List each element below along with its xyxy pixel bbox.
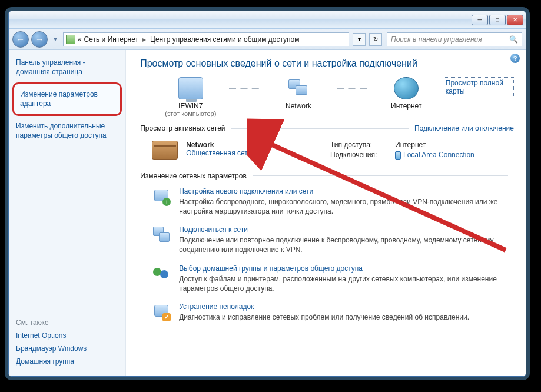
control-panel-home-link[interactable]: Панель управления - домашняя страница xyxy=(16,58,118,77)
homegroup-icon xyxy=(152,264,171,283)
network-diagram: IEWIN7 (этот компьютер) — — — Network — … xyxy=(140,77,514,117)
network-label: Network xyxy=(271,102,325,110)
breadcrumb-separator[interactable]: ▸ xyxy=(141,35,148,44)
main-content: ? Просмотр основных сведений о сети и на… xyxy=(126,50,526,376)
computer-icon xyxy=(178,77,203,99)
breadcrumb-part1[interactable]: Сеть и Интернет xyxy=(84,35,138,44)
help-icon[interactable]: ? xyxy=(510,54,520,63)
homegroup-sharing-link[interactable]: Выбор домашней группы и параметров общег… xyxy=(179,264,514,273)
settings-list: Настройка нового подключения или сети На… xyxy=(140,185,514,322)
setup-new-connection-link[interactable]: Настройка нового подключения или сети xyxy=(179,187,514,195)
close-button[interactable]: ✕ xyxy=(507,15,523,25)
connection-line: — — — xyxy=(227,77,262,99)
search-icon: 🔍 xyxy=(509,35,518,44)
change-settings-label: Изменение сетевых параметров xyxy=(140,172,247,180)
connect-network-icon xyxy=(152,225,171,244)
troubleshoot-icon xyxy=(152,303,171,321)
search-input[interactable]: Поиск в панели управления 🔍 xyxy=(387,32,522,46)
public-network-icon xyxy=(152,141,178,160)
connect-to-network-desc: Подключение или повторное подключение к … xyxy=(179,235,514,254)
view-full-map-link[interactable]: Просмотр полной карты xyxy=(443,77,514,97)
control-panel-window: ─ □ ✕ ← → ▼ « Сеть и Интернет ▸ Центр уп… xyxy=(8,11,526,377)
globe-icon xyxy=(394,77,419,99)
maximize-button[interactable]: □ xyxy=(489,15,506,25)
network-name: Network xyxy=(186,141,251,149)
active-networks-heading: Просмотр активных сетей Подключение или … xyxy=(140,124,514,132)
advanced-sharing-settings-link[interactable]: Изменить дополнительные параметры общего… xyxy=(16,122,118,140)
access-type-value: Интернет xyxy=(395,141,426,149)
active-networks-label: Просмотр активных сетей xyxy=(140,124,225,132)
search-placeholder: Поиск в панели управления xyxy=(391,35,482,44)
connect-to-network-link[interactable]: Подключиться к сети xyxy=(179,225,514,234)
setup-new-connection-desc: Настройка беспроводного, широкополосного… xyxy=(179,197,514,216)
computer-sub: (этот компьютер) xyxy=(164,110,217,117)
setup-new-connection-item: Настройка нового подключения или сети На… xyxy=(152,187,514,216)
access-type-label: Тип доступа: xyxy=(330,141,389,149)
control-panel-icon xyxy=(66,35,75,44)
breadcrumb-prefix: « xyxy=(78,35,82,44)
lan-icon xyxy=(395,151,401,160)
active-network-item: Network Общественная сеть Тип доступа: И… xyxy=(140,137,514,168)
connections-label: Подключения: xyxy=(330,151,389,160)
nav-bar: ← → ▼ « Сеть и Интернет ▸ Центр управлен… xyxy=(9,29,526,50)
internet-label: Интернет xyxy=(380,102,433,110)
address-bar[interactable]: « Сеть и Интернет ▸ Центр управления сет… xyxy=(63,32,349,46)
diagram-this-computer: IEWIN7 (этот компьютер) xyxy=(164,77,217,117)
homegroup-sharing-desc: Доступ к файлам и принтерам, расположенн… xyxy=(179,274,514,293)
troubleshoot-desc: Диагностика и исправление сетевых пробле… xyxy=(179,313,469,322)
network-icon xyxy=(286,77,311,99)
diagram-network: Network xyxy=(271,77,325,110)
minimize-button[interactable]: ─ xyxy=(472,15,488,25)
connection-line: — — — xyxy=(335,77,370,99)
connect-disconnect-link[interactable]: Подключение или отключение xyxy=(414,124,514,132)
homegroup-link[interactable]: Домашняя группа xyxy=(16,357,118,366)
page-title: Просмотр основных сведений о сети и наст… xyxy=(140,58,514,69)
back-button[interactable]: ← xyxy=(12,31,29,48)
nav-history-button[interactable]: ▼ xyxy=(50,36,61,42)
sidebar: Панель управления - домашняя страница Из… xyxy=(9,50,126,376)
change-adapter-settings-link[interactable]: Изменение параметров адаптера xyxy=(20,90,114,108)
network-type-link[interactable]: Общественная сеть xyxy=(186,149,251,157)
troubleshoot-link[interactable]: Устранение неполадок xyxy=(179,303,469,311)
diagram-internet: Интернет xyxy=(380,77,433,110)
windows-firewall-link[interactable]: Брандмауэр Windows xyxy=(16,344,118,353)
highlight-annotation: Изменение параметров адаптера xyxy=(12,82,122,116)
forward-button[interactable]: → xyxy=(31,31,48,48)
refresh-button[interactable]: ↻ xyxy=(369,33,382,46)
computer-name: IEWIN7 xyxy=(164,102,217,110)
change-settings-heading: Изменение сетевых параметров xyxy=(140,172,514,180)
address-dropdown-button[interactable]: ▾ xyxy=(353,33,366,46)
title-bar: ─ □ ✕ xyxy=(9,11,526,29)
connection-link[interactable]: Local Area Connection xyxy=(403,151,474,159)
troubleshoot-item: Устранение неполадок Диагностика и испра… xyxy=(152,303,514,322)
new-connection-icon xyxy=(152,187,171,206)
homegroup-sharing-item: Выбор домашней группы и параметров общег… xyxy=(152,264,514,293)
see-also-heading: См. также xyxy=(16,318,118,327)
breadcrumb-part2[interactable]: Центр управления сетями и общим доступом xyxy=(150,35,300,44)
connect-to-network-item: Подключиться к сети Подключение или повт… xyxy=(152,225,514,254)
internet-options-link[interactable]: Internet Options xyxy=(16,331,118,340)
